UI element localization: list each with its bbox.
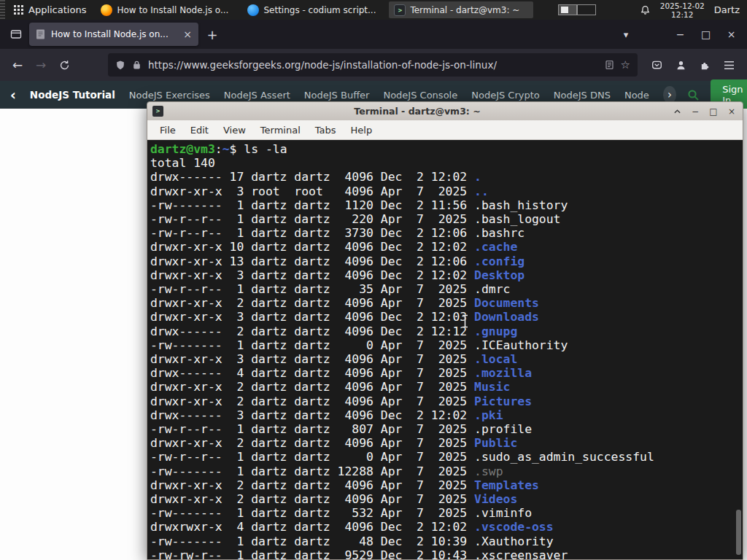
panel-drag-handle[interactable] [0,0,5,20]
search-icon[interactable] [687,89,700,101]
tab-close-icon[interactable]: × [183,28,192,40]
terminal-line: drwxr-xr-x 2 dartz dartz 4096 Apr 7 2025… [150,478,743,492]
firefox-icon [101,4,112,16]
terminal-line: drwxr-xr-x 10 dartz dartz 4096 Dec 2 12:… [150,240,743,254]
page-icon [36,29,45,39]
url-bar[interactable]: https://www.geeksforgeeks.org/node-js/in… [108,53,638,77]
sitenav-item[interactable]: NodeJS Crypto [471,90,540,101]
menu-terminal[interactable]: Terminal [254,122,307,138]
shield-icon[interactable] [115,60,125,71]
window-minimize-button[interactable]: − [667,20,693,48]
terminal-icon: > [394,4,406,16]
tab-title: How to Install Node.js on... [51,29,177,39]
workspace-switcher [558,4,596,15]
terminal-line: -rw------- 1 dartz dartz 0 Apr 7 2025 .I… [150,338,743,352]
sitenav-item[interactable]: NodeJS DNS [554,90,611,101]
bookmark-star-icon[interactable]: ☆ [621,58,630,71]
terminal-line: drwxr-xr-x 3 dartz dartz 4096 Dec 2 12:0… [150,310,743,324]
terminal-line: -rw-r--r-- 1 dartz dartz 807 Apr 7 2025 … [150,422,743,436]
sitenav-item[interactable]: NodeJS Console [383,90,457,101]
applications-menu-button[interactable]: Applications [7,0,93,20]
terminal-line: -rw------- 1 dartz dartz 48 Dec 2 10:39 … [150,534,743,548]
workspace-2[interactable] [577,4,596,15]
window-close-button[interactable]: × [719,20,744,48]
reload-button[interactable] [53,53,76,77]
terminal-scrollbar-thumb[interactable] [736,510,741,555]
terminal-line: -rw-rw-r-- 1 dartz dartz 9529 Dec 2 10:4… [150,548,743,559]
terminal-output: dartz@vm3:~$ ls -latotal 140drwx------ 1… [150,142,743,559]
taskbar-item-codium[interactable]: Settings - codium script... [242,1,387,18]
extensions-puzzle-icon[interactable] [693,53,717,77]
applications-grid-icon [14,5,23,15]
firefox-view-button[interactable] [5,23,27,45]
terminal-line: -rw-r--r-- 1 dartz dartz 220 Apr 7 2025 … [150,212,743,226]
terminal-line: drwxr-xr-x 3 root root 4096 Apr 7 2025 .… [150,184,743,198]
sitenav-item[interactable]: NodeJS Exercises [129,90,210,101]
pocket-icon[interactable] [645,53,669,77]
menu-file[interactable]: File [153,122,182,138]
lock-icon[interactable] [132,60,142,70]
terminal-screen[interactable]: dartz@vm3:~$ ls -latotal 140drwx------ 1… [147,140,743,559]
url-text: https://www.geeksforgeeks.org/node-js/in… [148,59,598,71]
terminal-line: -rw-r--r-- 1 dartz dartz 3730 Dec 2 12:0… [150,226,743,240]
panel-user-menu[interactable]: Dartz [714,4,740,15]
clock-time: 12:12 [660,10,705,19]
panel-clock[interactable]: 2025-12-02 12:12 [660,1,705,19]
terminal-line: drwxrwxr-x 4 dartz dartz 4096 Dec 2 12:0… [150,520,743,534]
taskbar-item-label: How to Install Node.js o... [117,5,228,15]
reader-mode-icon[interactable] [605,60,614,70]
new-tab-button[interactable]: + [201,23,223,45]
top-panel: Applications How to Install Node.js o...… [0,0,747,20]
workspace-1[interactable] [558,4,577,15]
menu-view[interactable]: View [217,122,252,138]
terminal-minimize-button[interactable]: − [689,106,701,117]
terminal-window-title: Terminal - dartz@vm3: ~ [163,106,671,117]
terminal-menubar: File Edit View Terminal Tabs Help [147,120,743,140]
sitenav-item[interactable]: NodeJS Buffer [304,90,370,101]
notification-bell-icon[interactable] [640,4,651,16]
menu-help[interactable]: Help [344,122,379,138]
sitenav-item[interactable]: NodeJS Assert [224,90,290,101]
terminal-titlebar[interactable]: > Terminal - dartz@vm3: ~ − □ × [147,102,743,120]
terminal-shade-button[interactable] [671,108,683,115]
taskbar-item-label: Settings - codium script... [263,5,376,15]
terminal-maximize-button[interactable]: □ [708,106,719,117]
terminal-line: drwxr-xr-x 2 dartz dartz 4096 Apr 7 2025… [150,436,743,450]
tab-how-to-install-nodejs[interactable]: How to Install Node.js on... × [29,23,198,46]
taskbar-item-terminal[interactable]: > Terminal - dartz@vm3: ~ [389,1,533,18]
terminal-app-icon[interactable]: > [152,106,163,117]
terminal-line: drwxr-xr-x 3 dartz dartz 4096 Dec 2 12:0… [150,268,743,282]
menu-tabs[interactable]: Tabs [309,122,343,138]
account-icon[interactable] [669,53,693,77]
terminal-line: drwx------ 2 dartz dartz 4096 Dec 2 12:1… [150,324,743,338]
terminal-line: drwxr-xr-x 13 dartz dartz 4096 Dec 2 12:… [150,254,743,268]
terminal-line: drwx------ 4 dartz dartz 4096 Apr 7 2025… [150,366,743,380]
terminal-line: dartz@vm3:~$ ls -la [150,142,743,156]
terminal-line: -rw-r--r-- 1 dartz dartz 35 Apr 7 2025 .… [150,282,743,296]
clock-date: 2025-12-02 [660,1,705,10]
terminal-line: -rw------- 1 dartz dartz 1120 Dec 2 11:5… [150,198,743,212]
terminal-close-button[interactable]: × [726,106,738,117]
terminal-line: drwxr-xr-x 2 dartz dartz 4096 Apr 7 2025… [150,380,743,394]
nav-prev-chevron-icon[interactable]: ‹ [10,87,16,103]
list-all-tabs-button[interactable]: ▾ [615,23,637,45]
taskbar-item-label: Terminal - dartz@vm3: ~ [410,5,519,15]
terminal-line: total 140 [150,156,743,170]
terminal-window: > Terminal - dartz@vm3: ~ − □ × File Edi… [147,101,743,560]
menu-edit[interactable]: Edit [184,122,215,138]
sitenav-item[interactable]: Node [624,90,649,101]
window-maximize-button[interactable]: □ [693,20,719,48]
taskbar-item-firefox[interactable]: How to Install Node.js o... [96,1,240,18]
terminal-line: -rw-r--r-- 1 dartz dartz 0 Apr 7 2025 .s… [150,450,743,464]
terminal-line: -rw------- 1 dartz dartz 12288 Apr 7 202… [150,464,743,478]
codium-icon [247,4,259,16]
terminal-line: drwx------ 3 dartz dartz 4096 Dec 2 12:0… [150,408,743,422]
sitenav-item-active[interactable]: NodeJS Tutorial [30,89,115,101]
menu-hamburger-icon[interactable] [717,53,741,77]
back-button[interactable]: ← [6,53,29,77]
tab-bar: How to Install Node.js on... × + ▾ − □ × [0,20,747,49]
applications-label: Applications [28,4,86,15]
terminal-line: drwxr-xr-x 2 dartz dartz 4096 Apr 7 2025… [150,492,743,506]
forward-button[interactable]: → [29,53,53,77]
mouse-ibeam-cursor [461,314,469,328]
